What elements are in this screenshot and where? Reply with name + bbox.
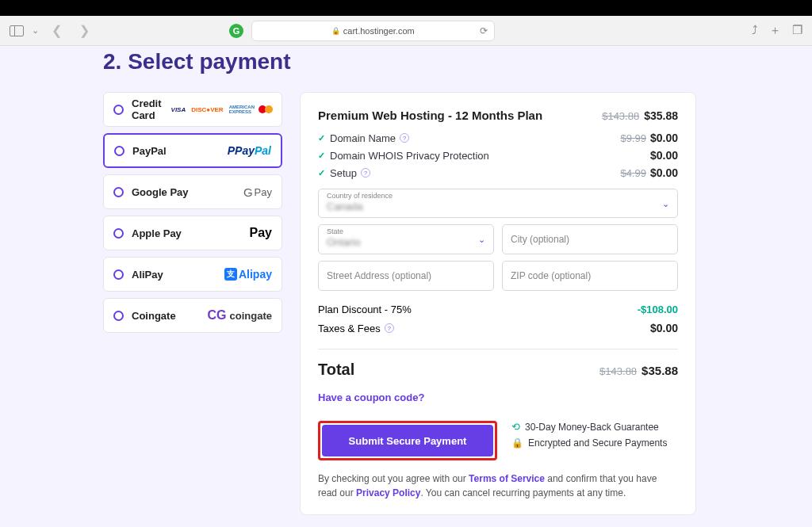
check-icon: ✓ [318, 151, 325, 161]
payment-label: Google Pay [132, 186, 236, 198]
refund-icon: ⟲ [511, 421, 520, 433]
sidebar-toggle-icon[interactable] [10, 25, 24, 36]
addon-domain: ✓ Domain Name? $9.99$0.00 [318, 132, 678, 144]
chevron-down-icon: ⌄ [478, 235, 485, 245]
divider [318, 349, 678, 349]
addon-whois: ✓ Domain WHOIS Privacy Protection $0.00 [318, 149, 678, 162]
address-bar[interactable]: 🔒 cart.hostinger.com ⟳ [251, 21, 495, 41]
grammarly-icon[interactable]: G [229, 24, 243, 38]
city-input[interactable]: City (optional) [502, 224, 678, 254]
state-select[interactable]: State Ontario ⌄ [318, 224, 494, 254]
street-input[interactable]: Street Address (optional) [318, 261, 494, 291]
payment-option-alipay[interactable]: AliPay 支Alipay [103, 257, 282, 292]
mastercard-icon [259, 105, 273, 114]
lock-icon: 🔒 [511, 437, 523, 449]
payment-option-coingate[interactable]: Coingate CG coingate [103, 298, 282, 333]
radio-icon [113, 105, 124, 115]
submit-payment-button[interactable]: Submit Secure Payment [322, 425, 493, 456]
new-tab-icon[interactable]: ＋ [769, 23, 781, 38]
original-price: $143.88 [602, 110, 639, 122]
lock-icon: 🔒 [331, 27, 340, 35]
payment-label: AliPay [132, 269, 216, 281]
gpay-icon: G Pay [243, 185, 272, 199]
submit-callout: Submit Secure Payment [318, 421, 497, 460]
payment-label: Apple Pay [132, 227, 234, 239]
help-icon[interactable]: ? [361, 168, 370, 178]
card-logos: VISA DISC●VER AMERICANEXPRESS [170, 104, 273, 115]
legal-text: By checking out you agree with our Terms… [318, 472, 678, 500]
radio-icon [113, 228, 124, 239]
payment-options-list: Credit Card VISA DISC●VER AMERICANEXPRES… [103, 92, 282, 515]
discount-amount: -$108.00 [638, 304, 678, 315]
order-summary-card: Premium Web Hosting - 12 Months Plan $14… [300, 92, 696, 515]
visa-icon: VISA [170, 105, 188, 114]
tabs-overview-icon[interactable]: ❐ [792, 23, 802, 38]
country-select[interactable]: Country of residence Canada ⌄ [318, 189, 678, 218]
addon-setup: ✓ Setup? $4.99$0.00 [318, 166, 678, 179]
coupon-link[interactable]: Have a coupon code? [318, 391, 678, 403]
chevron-down-icon: ⌄ [662, 198, 669, 208]
guarantee-refund: ⟲ 30-Day Money-Back Guarantee [511, 421, 667, 433]
tos-link[interactable]: Terms of Service [469, 473, 545, 484]
browser-toolbar: ⌄ ❮ ❯ G 🔒 cart.hostinger.com ⟳ ⤴ ＋ ❐ [0, 16, 812, 46]
privacy-link[interactable]: Privacy Policy [356, 487, 420, 498]
payment-option-credit-card[interactable]: Credit Card VISA DISC●VER AMERICANEXPRES… [103, 92, 282, 127]
letterbox-top [0, 0, 812, 16]
alipay-icon: 支Alipay [224, 268, 272, 281]
check-icon: ✓ [318, 168, 325, 178]
payment-label: Credit Card [132, 97, 162, 121]
radio-icon [113, 269, 124, 280]
payment-option-apple-pay[interactable]: Apple Pay Pay [103, 216, 282, 250]
coingate-icon: CG coingate [208, 308, 272, 323]
page-title: 2. Select payment [103, 49, 780, 74]
payment-option-paypal[interactable]: PayPal PPayPal [103, 133, 282, 168]
amex-icon: AMERICANEXPRESS [228, 104, 256, 115]
sidebar-dropdown-icon[interactable]: ⌄ [32, 25, 39, 36]
check-icon: ✓ [318, 133, 325, 143]
discover-icon: DISC●VER [190, 105, 224, 114]
product-title: Premium Web Hosting - 12 Months Plan [318, 109, 542, 122]
forward-button[interactable]: ❯ [75, 23, 94, 38]
back-button[interactable]: ❮ [47, 23, 67, 38]
help-icon[interactable]: ? [385, 323, 394, 333]
payment-option-google-pay[interactable]: Google Pay G Pay [103, 174, 282, 209]
taxes-label: Taxes & Fees [318, 323, 381, 334]
total-original: $143.88 [599, 365, 637, 377]
guarantee-secure: 🔒 Encrypted and Secure Payments [511, 437, 667, 449]
help-icon[interactable]: ? [400, 133, 409, 143]
radio-icon [113, 311, 124, 321]
reload-icon[interactable]: ⟳ [480, 25, 488, 36]
url-text: cart.hostinger.com [343, 26, 415, 36]
payment-label: Coingate [132, 310, 200, 322]
radio-icon [114, 146, 124, 156]
sale-price: $35.88 [644, 109, 678, 122]
total-label: Total [318, 361, 354, 379]
radio-icon [113, 187, 124, 197]
paypal-icon: PPayPal [228, 144, 271, 157]
discount-label: Plan Discount - 75% [318, 304, 412, 315]
total-price: $35.88 [642, 364, 678, 377]
share-icon[interactable]: ⤴ [752, 23, 758, 38]
taxes-amount: $0.00 [650, 322, 678, 334]
payment-label: PayPal [132, 145, 220, 157]
zip-input[interactable]: ZIP code (optional) [502, 261, 678, 291]
